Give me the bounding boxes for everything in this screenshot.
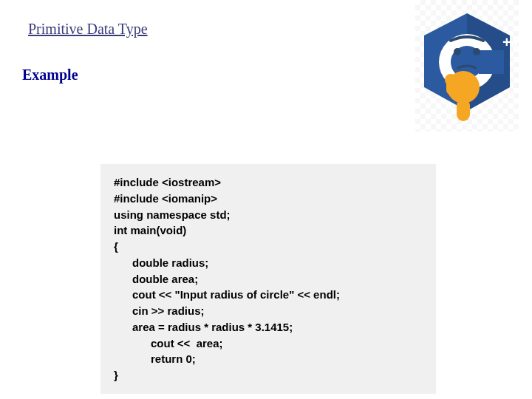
- cpp-logo: ++: [415, 0, 519, 132]
- example-label: Example: [22, 66, 78, 83]
- svg-rect-4: [479, 50, 504, 74]
- code-block: #include <iostream> #include <iomanip> u…: [100, 164, 436, 394]
- svg-rect-11: [446, 77, 455, 95]
- page-title: Primitive Data Type: [28, 21, 148, 38]
- svg-text:++: ++: [502, 34, 519, 50]
- svg-point-5: [454, 48, 461, 55]
- svg-point-6: [473, 48, 480, 55]
